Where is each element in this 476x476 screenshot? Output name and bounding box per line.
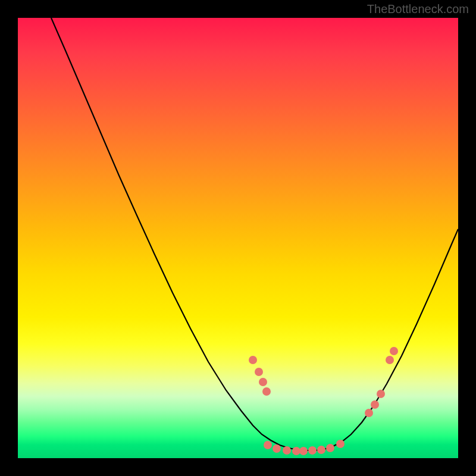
data-dot bbox=[273, 444, 281, 453]
data-dot bbox=[365, 409, 373, 417]
data-dot bbox=[264, 441, 272, 449]
data-dot bbox=[299, 447, 308, 455]
data-dot bbox=[371, 400, 379, 409]
data-dot bbox=[317, 446, 325, 454]
data-dot bbox=[386, 356, 394, 364]
data-dot bbox=[283, 446, 291, 455]
data-dot bbox=[249, 356, 257, 364]
data-dots bbox=[249, 347, 398, 455]
data-dot bbox=[308, 446, 317, 455]
data-dot bbox=[259, 378, 267, 386]
data-dot bbox=[326, 444, 334, 452]
data-dot bbox=[255, 368, 263, 376]
watermark-text: TheBottleneck.com bbox=[367, 2, 469, 16]
data-dot bbox=[377, 390, 385, 398]
data-dot bbox=[390, 347, 398, 355]
data-dot bbox=[292, 447, 300, 455]
data-dot bbox=[262, 387, 271, 396]
data-dot bbox=[336, 440, 345, 448]
bottleneck-curve bbox=[51, 18, 458, 450]
chart-svg bbox=[18, 18, 458, 458]
plot-area bbox=[18, 18, 458, 458]
